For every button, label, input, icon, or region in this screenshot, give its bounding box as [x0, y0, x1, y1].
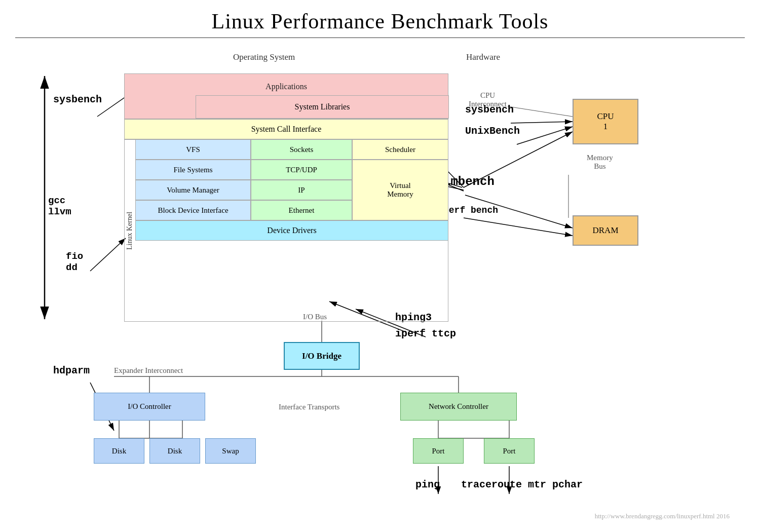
svg-line-37 — [508, 106, 573, 117]
tool-ping: ping — [415, 479, 440, 490]
layer-filesystems: File Systems — [135, 160, 251, 180]
layer-tcpudp: TCP/UDP — [251, 160, 352, 180]
net-controller-box: Network Controller — [400, 393, 517, 421]
hardware-label: Hardware — [466, 52, 500, 62]
layer-vfs: VFS — [135, 139, 251, 160]
port-box-2: Port — [484, 438, 535, 464]
interface-transports-label: Interface Transports — [279, 403, 339, 411]
layer-blockdev: Block Device Interface — [135, 200, 251, 220]
disk-box-2: Disk — [149, 438, 200, 464]
memory-bus-label: Memory Bus — [587, 154, 613, 171]
tool-hdparm: hdparm — [53, 365, 90, 376]
page-title: Linux Performance Benchmark Tools — [0, 0, 760, 37]
layer-sockets: Sockets — [251, 139, 352, 160]
tool-lmbench: lmbench — [443, 175, 495, 188]
tool-iperf-ttcp: iperf ttcp — [395, 328, 456, 339]
layer-scheduler: Scheduler — [352, 139, 448, 160]
hw-cpu: CPU 1 — [573, 99, 638, 144]
hw-dram: DRAM — [573, 215, 638, 246]
tool-traceroute: traceroute mtr pchar — [461, 479, 583, 490]
io-controller-box: I/O Controller — [94, 393, 205, 421]
layer-virtmem: Virtual Memory — [352, 160, 448, 220]
tool-unixbench: UnixBench — [465, 125, 520, 137]
svg-line-12 — [517, 127, 573, 144]
layer-system-libraries: System Libraries — [196, 95, 449, 119]
svg-line-9 — [90, 238, 126, 271]
layer-volmgr: Volume Manager — [135, 180, 251, 200]
swap-box: Swap — [205, 438, 256, 464]
layer-applications: Applications System Libraries — [124, 73, 448, 119]
svg-line-11 — [511, 122, 573, 123]
kernel-label: Linux Kernel — [124, 139, 135, 322]
tool-gcc-llvm: gcc llvm — [48, 195, 71, 217]
tool-fio-dd: fio dd — [66, 251, 83, 273]
footnote: http://www.brendangregg.com/linuxperf.ht… — [595, 512, 730, 520]
io-bridge-box: I/O Bridge — [284, 342, 360, 370]
os-label: Operating System — [233, 52, 295, 62]
svg-line-19 — [464, 218, 573, 236]
main-diagram: Operating System Hardware — [15, 38, 745, 524]
layer-ethernet: Ethernet — [251, 200, 352, 220]
disk-box-1: Disk — [94, 438, 144, 464]
port-box-1: Port — [413, 438, 464, 464]
layer-syscall: System Call Interface — [124, 119, 448, 139]
layer-devdrivers: Device Drivers — [135, 220, 448, 241]
io-bus-label: I/O Bus — [303, 313, 327, 321]
tool-sysbench-top: sysbench — [53, 94, 102, 105]
tool-perf-bench: perf bench — [443, 205, 498, 215]
expander-interconnect-label: Expander Interconnect — [114, 366, 183, 375]
cpu-interconnect-label: CPU Interconnect — [469, 91, 507, 108]
layer-ip: IP — [251, 180, 352, 200]
